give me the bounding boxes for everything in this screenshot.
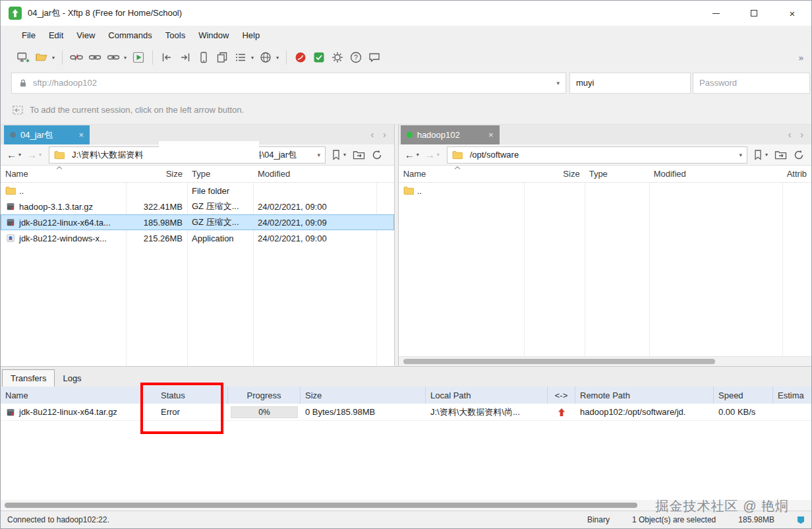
horizontal-scrollbar[interactable] xyxy=(399,356,811,366)
column-header-name[interactable]: Name xyxy=(1,387,142,404)
forward-button[interactable]: → xyxy=(25,149,39,160)
tab-close-icon[interactable]: × xyxy=(488,130,494,140)
remote-rows: .. xyxy=(399,183,811,366)
open-folder-button[interactable] xyxy=(350,150,368,160)
menu-help[interactable]: Help xyxy=(235,28,266,43)
folder-icon xyxy=(5,186,16,195)
scrollbar-thumb[interactable] xyxy=(5,503,637,508)
transfer-mode[interactable]: Binary xyxy=(587,515,610,524)
menu-edit[interactable]: Edit xyxy=(42,28,70,43)
mobile-button[interactable] xyxy=(196,49,212,66)
open-button[interactable] xyxy=(34,49,49,66)
menu-commands[interactable]: Commands xyxy=(102,28,158,43)
column-header-modified[interactable]: Modified xyxy=(649,166,782,182)
toolbar-overflow-button[interactable]: » xyxy=(796,53,806,63)
sort-ascending-icon xyxy=(454,166,461,170)
bookmark-dropdown[interactable]: ▾ xyxy=(343,152,346,158)
column-header-name[interactable]: Name xyxy=(1,166,126,182)
username-input[interactable] xyxy=(569,73,691,94)
tab-local-session[interactable]: 04_jar包 × xyxy=(4,125,90,144)
bookmark-dropdown[interactable]: ▾ xyxy=(765,152,768,158)
tab-scroll-right-icon[interactable]: › xyxy=(800,129,803,140)
session-url-combo[interactable]: sftp://hadoop102 ▾ xyxy=(11,73,566,94)
help-button[interactable] xyxy=(348,49,364,66)
menu-view[interactable]: View xyxy=(70,28,102,43)
minimize-button[interactable] xyxy=(697,1,735,26)
xftp-window: 04_jar包 - Xftp 8 (Free for Home/School) … xyxy=(0,0,812,529)
xagent-icon[interactable] xyxy=(311,49,327,66)
tab-scroll-right-icon[interactable]: › xyxy=(383,129,386,140)
tab-remote-session[interactable]: hadoop102 × xyxy=(401,125,500,144)
column-header-size[interactable]: Size xyxy=(126,166,187,182)
menu-window[interactable]: Window xyxy=(192,28,235,43)
open-dropdown[interactable]: ▾ xyxy=(52,55,55,61)
scrollbar-thumb[interactable] xyxy=(403,359,715,364)
column-header-direction[interactable]: <-> xyxy=(548,387,575,404)
transfer-left-button[interactable] xyxy=(159,49,175,66)
file-row-jdk-linux-selected[interactable]: jdk-8u212-linux-x64.ta... 185.98MB GZ 压缩… xyxy=(1,214,394,230)
menu-file[interactable]: File xyxy=(15,28,42,43)
back-dropdown[interactable]: ▾ xyxy=(417,152,419,158)
disconnect-button[interactable] xyxy=(69,49,84,66)
file-row-parent-dir[interactable]: .. xyxy=(399,183,811,199)
tab-scroll-left-icon[interactable]: ‹ xyxy=(788,129,792,140)
forward-button[interactable]: → xyxy=(423,149,437,160)
xshell-icon[interactable] xyxy=(293,49,308,66)
file-row-jdk-windows[interactable]: jdk-8u212-windows-x... 215.26MB Applicat… xyxy=(1,230,394,246)
new-session-button[interactable] xyxy=(15,49,31,66)
forward-dropdown[interactable]: ▾ xyxy=(437,152,440,158)
xftp-app-icon xyxy=(9,7,22,20)
password-input[interactable] xyxy=(693,73,810,94)
back-dropdown[interactable]: ▾ xyxy=(18,152,21,158)
column-header-estimated[interactable]: Estima xyxy=(773,387,811,404)
column-header-local-path[interactable]: Local Path xyxy=(426,387,548,404)
column-header-modified[interactable]: Modified xyxy=(253,166,376,182)
file-row-hadoop-targz[interactable]: hadoop-3.1.3.tar.gz 322.41MB GZ 压缩文... 2… xyxy=(1,199,394,214)
back-button[interactable]: ← xyxy=(5,149,18,160)
open-folder-button[interactable] xyxy=(772,150,790,160)
transfer-row-jdk[interactable]: jdk-8u212-linux-x64.tar.gz Error 0% 0 By… xyxy=(1,404,811,421)
bookmark-button[interactable] xyxy=(751,149,765,161)
transfers-section: Transfers Logs Name Status Progress Size… xyxy=(1,367,811,500)
close-button[interactable]: × xyxy=(773,1,811,26)
bookmark-button[interactable] xyxy=(329,149,343,161)
back-button[interactable]: ← xyxy=(403,149,417,160)
connect-dropdown[interactable]: ▾ xyxy=(124,55,127,61)
column-header-type[interactable]: Type xyxy=(187,166,253,182)
view-mode-dropdown[interactable]: ▾ xyxy=(251,55,254,61)
refresh-button[interactable] xyxy=(368,149,386,161)
web-dropdown[interactable]: ▾ xyxy=(276,55,279,61)
column-header-size[interactable]: Size xyxy=(524,166,585,182)
path-dropdown-icon[interactable]: ▾ xyxy=(739,152,742,158)
web-button[interactable] xyxy=(258,49,274,66)
refresh-button[interactable] xyxy=(790,149,807,161)
transfer-right-button[interactable] xyxy=(177,49,193,66)
column-header-name[interactable]: Name xyxy=(399,166,524,182)
tab-transfers[interactable]: Transfers xyxy=(2,369,55,387)
settings-button[interactable] xyxy=(330,49,345,66)
column-header-speed[interactable]: Speed xyxy=(714,387,773,404)
reconnect-button[interactable] xyxy=(87,49,103,66)
view-mode-button[interactable] xyxy=(233,49,248,66)
forward-dropdown[interactable]: ▾ xyxy=(39,152,42,158)
path-dropdown-icon[interactable]: ▾ xyxy=(318,152,321,158)
remote-path-combo[interactable]: /opt/software ▾ xyxy=(447,146,747,164)
file-row-parent-dir[interactable]: .. File folder xyxy=(1,183,394,199)
column-header-remote-path[interactable]: Remote Path xyxy=(575,387,714,404)
menu-tools[interactable]: Tools xyxy=(159,28,192,43)
tab-logs[interactable]: Logs xyxy=(55,370,89,387)
tab-scroll-left-icon[interactable]: ‹ xyxy=(370,129,374,140)
column-header-attrib[interactable]: Attrib xyxy=(782,166,811,182)
run-button[interactable] xyxy=(130,49,146,66)
connect-button[interactable] xyxy=(105,49,121,66)
column-header-status[interactable]: Status xyxy=(142,387,228,404)
feedback-button[interactable] xyxy=(366,49,382,66)
maximize-button[interactable] xyxy=(735,1,773,26)
corner-badge-icon xyxy=(797,515,805,524)
column-header-size[interactable]: Size xyxy=(301,387,426,404)
session-url-dropdown[interactable]: ▾ xyxy=(556,80,560,86)
column-header-type[interactable]: Type xyxy=(585,166,649,182)
column-header-progress[interactable]: Progress xyxy=(228,387,301,404)
copy-button[interactable] xyxy=(214,49,230,66)
tab-close-icon[interactable]: × xyxy=(78,130,84,140)
